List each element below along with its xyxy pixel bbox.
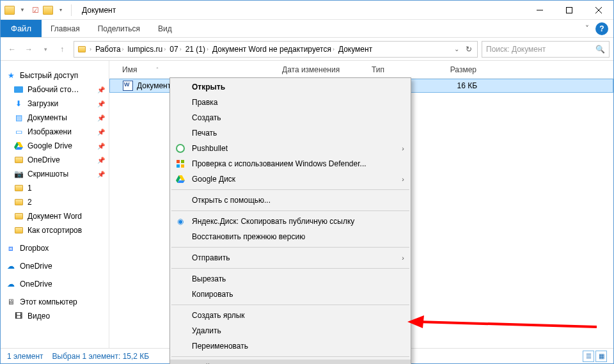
sidebar-item-desktop[interactable]: Рабочий сто…📌 bbox=[1, 83, 109, 97]
folder-icon bbox=[4, 5, 15, 15]
picture-icon: ▭ bbox=[13, 127, 24, 137]
tab-home[interactable]: Главная bbox=[42, 20, 89, 37]
qat-overflow-icon[interactable]: ▾ bbox=[56, 5, 66, 15]
ctx-yadisk[interactable]: ◉Яндекс.Диск: Скопировать публичную ссыл… bbox=[170, 214, 411, 229]
address-row: ← → ▾ ↑ › Работа › lumpics.ru › 07 › 21 … bbox=[1, 38, 613, 61]
ctx-new[interactable]: Создать bbox=[170, 110, 411, 125]
ctx-openwith[interactable]: Открыть с помощью... bbox=[170, 193, 411, 208]
ctx-rename[interactable]: Переименовать bbox=[170, 338, 411, 354]
help-button[interactable]: ? bbox=[595, 22, 608, 35]
ctx-copy[interactable]: Копировать bbox=[170, 287, 411, 302]
tab-share[interactable]: Поделиться bbox=[89, 20, 149, 37]
pin-icon: 📌 bbox=[97, 86, 105, 93]
sidebar-item-label: Dropbox bbox=[20, 244, 49, 253]
sidebar-item-documents[interactable]: ▤Документы📌 bbox=[1, 111, 109, 125]
new-folder-icon[interactable] bbox=[43, 5, 53, 15]
sidebar-item-label: Загрузки bbox=[28, 99, 58, 108]
crumb[interactable]: 07 › bbox=[168, 45, 182, 54]
word-file-icon bbox=[123, 81, 133, 91]
refresh-icon[interactable]: ↻ bbox=[463, 45, 475, 54]
sidebar-quick-access[interactable]: ★ Быстрый доступ bbox=[1, 68, 109, 83]
ctx-delete[interactable]: Удалить bbox=[170, 323, 411, 338]
ctx-cut[interactable]: Вырезать bbox=[170, 271, 411, 287]
ctx-shortcut[interactable]: Создать ярлык bbox=[170, 308, 411, 323]
close-button[interactable] bbox=[584, 1, 613, 20]
crumb[interactable]: Работа › bbox=[94, 45, 125, 54]
sidebar-dropbox[interactable]: ⧈Dropbox bbox=[1, 241, 109, 255]
svg-rect-10 bbox=[177, 164, 180, 168]
col-date[interactable]: Дата изменения bbox=[277, 65, 366, 74]
sidebar-item-label: Рабочий сто… bbox=[28, 85, 79, 94]
sidebar-item-video[interactable]: 🎞Видео bbox=[1, 309, 109, 323]
properties-icon[interactable]: ☑ bbox=[30, 5, 40, 15]
sidebar-item[interactable]: 2 bbox=[1, 195, 109, 209]
sidebar-onedrive[interactable]: ☁OneDrive bbox=[1, 259, 109, 273]
download-icon: ⬇ bbox=[13, 99, 24, 109]
folder-icon bbox=[13, 211, 24, 221]
column-headers: Имя ˆ Дата изменения Тип Размер bbox=[109, 61, 613, 79]
ctx-defender[interactable]: Проверка с использованием Windows Defend… bbox=[170, 156, 411, 171]
search-input[interactable]: Поиск: Документ 🔍 bbox=[482, 41, 610, 58]
sidebar-item-label: OneDrive bbox=[28, 155, 60, 164]
separator bbox=[171, 305, 409, 305]
recent-dropdown[interactable]: ▾ bbox=[38, 42, 53, 57]
ctx-open[interactable]: Открыть bbox=[170, 79, 411, 95]
ribbon-expand-icon[interactable]: ˅ bbox=[585, 24, 589, 33]
back-button[interactable]: ← bbox=[4, 42, 20, 57]
ctx-properties[interactable]: Свойства bbox=[170, 360, 411, 364]
col-name[interactable]: Имя ˆ bbox=[117, 65, 277, 74]
window-title: Документ bbox=[78, 6, 525, 15]
cloud-icon: ☁ bbox=[6, 261, 16, 271]
status-count: 1 элемент bbox=[7, 352, 43, 361]
col-size[interactable]: Размер bbox=[430, 65, 482, 74]
maximize-button[interactable] bbox=[555, 1, 584, 20]
sidebar-item-label: 1 bbox=[28, 184, 32, 193]
submenu-arrow-icon: › bbox=[402, 175, 404, 183]
file-tab[interactable]: Файл bbox=[1, 20, 42, 37]
crumb[interactable]: 21 (1) › bbox=[184, 45, 210, 54]
tab-view[interactable]: Вид bbox=[149, 20, 181, 37]
large-icons-button[interactable]: ▦ bbox=[595, 351, 607, 362]
sidebar-item-downloads[interactable]: ⬇Загрузки📌 bbox=[1, 97, 109, 111]
ctx-pushbullet[interactable]: Pushbullet› bbox=[170, 141, 411, 156]
svg-rect-9 bbox=[181, 160, 184, 163]
folder-icon bbox=[77, 44, 87, 54]
search-icon[interactable]: 🔍 bbox=[595, 45, 605, 54]
sidebar-thispc[interactable]: 🖥Этот компьютер bbox=[1, 295, 109, 309]
sidebar-item[interactable]: Как отсортиров bbox=[1, 223, 109, 237]
ctx-print[interactable]: Печать bbox=[170, 125, 411, 141]
address-dropdown-icon[interactable]: ⌄ bbox=[452, 45, 462, 52]
up-button[interactable]: ↑ bbox=[54, 42, 70, 57]
crumb[interactable]: Документ bbox=[337, 45, 374, 54]
sidebar-item-screenshots[interactable]: 📷Скриншоты📌 bbox=[1, 167, 109, 181]
crumb[interactable]: Документ Word не редактируется › bbox=[211, 45, 336, 54]
ctx-sendto[interactable]: Отправить› bbox=[170, 250, 411, 265]
address-bar[interactable]: › Работа › lumpics.ru › 07 › 21 (1) › До… bbox=[74, 41, 478, 58]
cloud-icon: ☁ bbox=[6, 279, 16, 289]
sidebar-onedrive[interactable]: ☁OneDrive bbox=[1, 277, 109, 291]
crumb[interactable]: lumpics.ru › bbox=[127, 45, 168, 54]
camera-icon: 📷 bbox=[13, 169, 24, 179]
gdrive-icon bbox=[175, 174, 185, 184]
quick-access-toolbar: ▼ ☑ ▾ bbox=[1, 4, 78, 16]
separator bbox=[171, 189, 409, 190]
view-toggle: ☰ ▦ bbox=[583, 351, 607, 362]
minimize-button[interactable] bbox=[525, 1, 555, 20]
ctx-edit[interactable]: Правка bbox=[170, 95, 411, 110]
sidebar-item-onedrive[interactable]: OneDrive📌 bbox=[1, 153, 109, 167]
sidebar-item[interactable]: Документ Word bbox=[1, 209, 109, 223]
sidebar-item-gdrive[interactable]: Google Drive📌 bbox=[1, 139, 109, 153]
details-view-button[interactable]: ☰ bbox=[583, 351, 594, 362]
explorer-window: ▼ ☑ ▾ Документ Файл Главная Поделиться В… bbox=[0, 0, 614, 364]
forward-button[interactable]: → bbox=[21, 42, 36, 57]
sidebar-item-pictures[interactable]: ▭Изображени📌 bbox=[1, 125, 109, 139]
sidebar-item-label: Изображени bbox=[28, 127, 72, 136]
sidebar-item[interactable]: 1 bbox=[1, 181, 109, 195]
col-type[interactable]: Тип bbox=[366, 65, 430, 74]
qat-dropdown-icon[interactable]: ▼ bbox=[17, 5, 28, 15]
computer-icon: 🖥 bbox=[6, 297, 16, 307]
defender-icon bbox=[175, 159, 185, 169]
pushbullet-icon bbox=[175, 143, 185, 154]
ctx-restore[interactable]: Восстановить прежнюю версию bbox=[170, 229, 411, 244]
ctx-gdrive[interactable]: Google Диск› bbox=[170, 171, 411, 187]
